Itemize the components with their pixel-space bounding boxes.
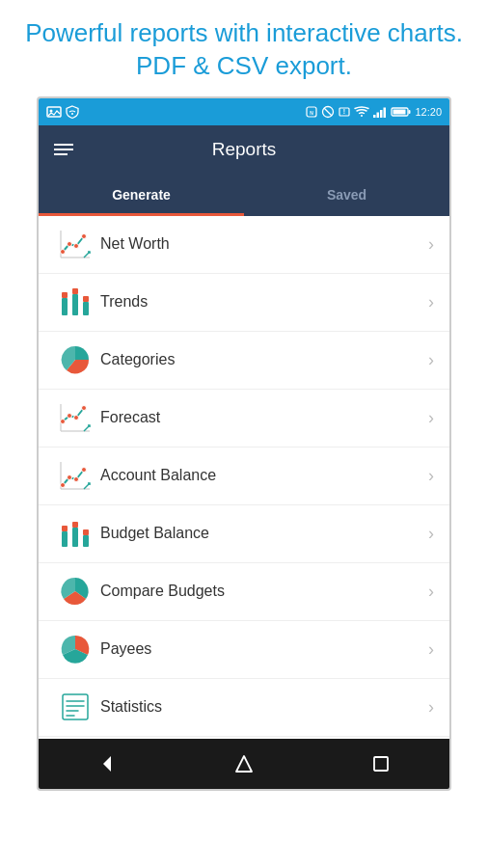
- budget-balance-icon: [54, 512, 96, 555]
- tab-generate[interactable]: Generate: [39, 174, 244, 216]
- compare-budgets-icon: [54, 570, 96, 612]
- statistics-label: Statistics: [100, 698, 428, 716]
- svg-rect-47: [72, 522, 78, 528]
- svg-line-22: [84, 252, 90, 258]
- svg-rect-12: [384, 107, 387, 118]
- list-item-trends[interactable]: Trends ›: [39, 274, 449, 332]
- back-button[interactable]: [88, 745, 126, 783]
- trends-label: Trends: [100, 293, 428, 311]
- svg-rect-27: [83, 302, 89, 315]
- app-bar: Reports: [39, 125, 449, 174]
- phone-frame: N !: [37, 96, 451, 791]
- svg-point-33: [68, 414, 72, 419]
- block-icon: [321, 105, 335, 119]
- svg-marker-69: [103, 756, 111, 772]
- account-balance-chevron: ›: [428, 466, 434, 486]
- list-item-categories[interactable]: Categories ›: [39, 332, 449, 390]
- svg-point-2: [71, 113, 73, 115]
- shield-icon: [66, 105, 79, 119]
- net-worth-chevron: ›: [428, 234, 434, 255]
- budget-balance-label: Budget Balance: [100, 525, 428, 542]
- status-bar: N !: [39, 98, 449, 125]
- statistics-icon: [54, 686, 96, 728]
- svg-point-21: [82, 234, 87, 239]
- trends-chevron: ›: [428, 292, 434, 312]
- svg-point-32: [61, 420, 66, 424]
- svg-rect-10: [377, 112, 380, 118]
- svg-rect-48: [83, 535, 89, 547]
- svg-text:N: N: [311, 109, 314, 115]
- svg-rect-14: [393, 109, 406, 114]
- image-icon: [46, 106, 62, 118]
- payees-icon: [54, 628, 96, 670]
- list-item-net-worth[interactable]: Net Worth ›: [39, 216, 449, 274]
- svg-rect-25: [72, 294, 78, 315]
- nfc-icon: N: [305, 105, 318, 119]
- forecast-icon: [54, 396, 96, 439]
- compare-budgets-label: Compare Budgets: [100, 583, 428, 600]
- signal-icon: [372, 106, 388, 118]
- categories-label: Categories: [100, 351, 428, 368]
- svg-line-6: [324, 108, 332, 116]
- svg-point-20: [74, 244, 79, 249]
- statistics-chevron: ›: [428, 697, 434, 718]
- svg-rect-45: [62, 526, 68, 531]
- trends-icon: [54, 281, 96, 323]
- nav-bar: [39, 739, 449, 789]
- net-worth-icon: [54, 223, 96, 265]
- svg-point-19: [68, 242, 72, 247]
- svg-rect-44: [62, 531, 68, 547]
- svg-rect-28: [83, 296, 89, 302]
- tab-saved[interactable]: Saved: [244, 174, 449, 216]
- page-title: Reports: [212, 139, 277, 160]
- svg-point-18: [61, 250, 66, 255]
- svg-line-43: [84, 483, 90, 489]
- categories-icon: [54, 339, 96, 381]
- svg-point-40: [68, 475, 72, 480]
- svg-point-1: [50, 109, 53, 112]
- forecast-label: Forecast: [100, 409, 428, 426]
- status-bar-right: N !: [305, 105, 442, 119]
- time-display: 12:20: [415, 106, 442, 118]
- svg-rect-9: [373, 115, 376, 118]
- svg-rect-15: [409, 110, 411, 114]
- svg-rect-71: [374, 757, 388, 771]
- svg-marker-70: [236, 756, 252, 772]
- charge-icon: !: [338, 105, 351, 119]
- promo-text: Powerful reports with interactive charts…: [0, 0, 488, 96]
- svg-point-35: [82, 406, 87, 411]
- list-item-forecast[interactable]: Forecast ›: [39, 390, 449, 448]
- svg-point-42: [82, 468, 87, 473]
- svg-rect-11: [380, 110, 383, 118]
- list-item-statistics[interactable]: Statistics ›: [39, 679, 449, 737]
- tab-bar: Generate Saved: [39, 174, 449, 216]
- svg-rect-24: [62, 292, 68, 298]
- net-worth-label: Net Worth: [100, 235, 428, 253]
- wifi-icon: [354, 106, 369, 118]
- categories-chevron: ›: [428, 350, 434, 370]
- battery-icon: [391, 106, 412, 118]
- report-list: Net Worth › Trends ›: [39, 216, 449, 739]
- list-item-compare-budgets[interactable]: Compare Budgets ›: [39, 563, 449, 621]
- account-balance-icon: [54, 454, 96, 497]
- account-balance-label: Account Balance: [100, 467, 428, 484]
- recent-button[interactable]: [362, 745, 400, 783]
- home-button[interactable]: [225, 745, 263, 783]
- svg-point-39: [61, 483, 66, 488]
- list-item-payees[interactable]: Payees ›: [39, 621, 449, 679]
- budget-balance-chevron: ›: [428, 524, 434, 544]
- svg-point-41: [74, 477, 79, 482]
- svg-rect-26: [72, 288, 78, 294]
- svg-rect-49: [83, 529, 89, 535]
- payees-label: Payees: [100, 640, 428, 658]
- list-item-budget-balance[interactable]: Budget Balance ›: [39, 505, 449, 563]
- svg-point-34: [74, 416, 79, 420]
- svg-text:!: !: [343, 108, 345, 115]
- compare-budgets-chevron: ›: [428, 582, 434, 602]
- payees-chevron: ›: [428, 639, 434, 660]
- menu-button[interactable]: [54, 144, 73, 155]
- list-item-account-balance[interactable]: Account Balance ›: [39, 448, 449, 505]
- forecast-chevron: ›: [428, 408, 434, 428]
- svg-line-36: [84, 425, 90, 431]
- svg-rect-46: [72, 528, 78, 547]
